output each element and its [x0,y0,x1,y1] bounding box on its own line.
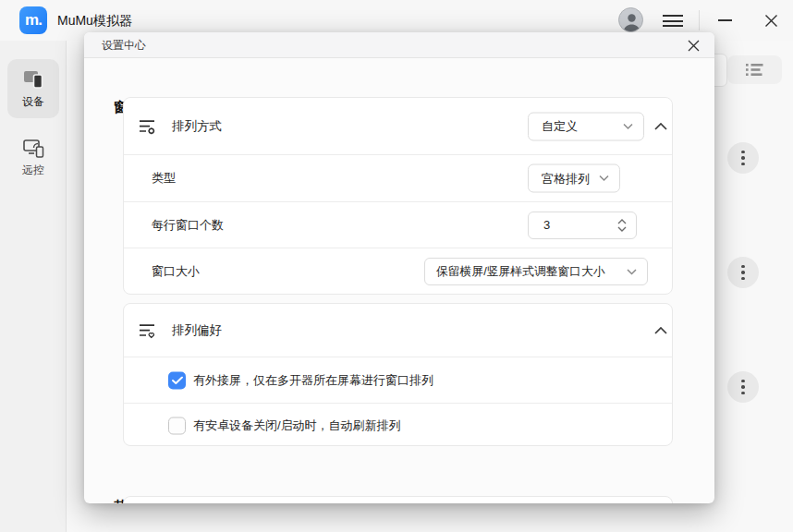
per-row-count-label: 每行窗口个数 [152,217,224,234]
sidebar-item-label: 设备 [22,94,44,110]
list-view-icon [745,62,764,78]
type-label: 类型 [152,170,176,187]
menu-button[interactable] [660,7,686,33]
type-value: 宫格排列 [529,170,590,187]
type-select[interactable]: 宫格排列 [528,164,620,193]
collapse-section-button[interactable] [653,118,669,135]
person-icon [619,8,643,32]
window-size-select[interactable]: 保留横屏/竖屏样式调整窗口大小 [424,258,648,285]
arrange-mode-label: 排列方式 [172,118,222,135]
window-size-row: 窗口大小 保留横屏/竖屏样式调整窗口大小 [124,248,672,295]
chevron-down-icon [627,269,647,275]
preference-title: 排列偏好 [172,322,222,339]
sidebar: 设备 远控 [0,41,67,532]
arrange-mode-row: 排列方式 自定义 [124,98,672,154]
chevron-down-icon [599,175,619,182]
close-icon [764,14,778,28]
app-window: m. MuMu模拟器 设备 [0,0,793,532]
auto-refresh-option-row: 有安卓设备关闭/启动时，自动刷新排列 [124,403,672,447]
arrange-settings-card: 排列方式 自定义 类型 宫格排列 [123,97,673,295]
close-icon [688,40,700,52]
external-screen-option-label: 有外接屏，仅在多开器所在屏幕进行窗口排列 [193,372,433,389]
window-close-button[interactable] [758,7,784,33]
sidebar-item-remote[interactable]: 远控 [7,129,59,185]
per-row-count-value: 3 [529,218,550,232]
sidebar-item-label: 远控 [22,163,44,178]
per-row-count-row: 每行窗口个数 3 [124,201,672,248]
number-stepper[interactable] [617,219,636,232]
instance-menu-button[interactable] [727,142,759,174]
mumu-logo-icon: m. [19,6,47,34]
preference-header-row: 排列偏好 [124,304,672,357]
window-size-value: 保留横屏/竖屏样式调整窗口大小 [425,264,605,280]
chevron-down-icon [623,123,643,129]
arrange-preference-card: 排列偏好 有外接屏，仅在多开器所在屏幕进行窗口排列 有安卓设备关闭/启动时，自 [123,303,673,446]
per-row-count-input[interactable]: 3 [528,212,637,239]
devices-icon [21,68,45,91]
remote-control-icon [21,137,45,159]
external-screen-option-row: 有外接屏，仅在多开器所在屏幕进行窗口排列 [124,357,672,403]
arrange-settings-icon [139,118,155,135]
collapse-section-button[interactable] [653,322,669,339]
chevron-up-icon [654,123,667,130]
arrange-preference-icon [139,322,155,339]
dialog-title: 设置中心 [102,32,146,58]
stepper-down-icon[interactable] [617,226,627,232]
instance-menu-button[interactable] [727,257,759,288]
settings-dialog: 设置中心 窗口排列 排列方式 自定义 [84,32,714,503]
stepper-up-icon[interactable] [617,219,627,224]
hamburger-icon [663,15,683,27]
dialog-close-button[interactable] [683,35,703,55]
list-view-button[interactable] [727,55,782,84]
arrange-mode-value: 自定义 [529,118,578,135]
titlebar-separator [699,10,700,30]
auto-refresh-checkbox[interactable] [168,417,186,434]
chevron-up-icon [654,327,667,334]
check-icon [172,376,183,384]
other-settings-card [123,496,673,503]
type-row: 类型 宫格排列 [124,154,672,201]
auto-refresh-option-label: 有安卓设备关闭/启动时，自动刷新排列 [193,417,401,434]
minimize-icon [718,19,732,21]
instance-menu-button[interactable] [727,371,759,403]
dialog-header: 设置中心 [84,32,714,58]
arrange-mode-select[interactable]: 自定义 [528,112,644,140]
user-avatar[interactable] [618,7,643,32]
minimize-button[interactable] [712,7,738,33]
sidebar-item-devices[interactable]: 设备 [7,59,59,118]
window-size-label: 窗口大小 [152,263,200,280]
external-screen-checkbox[interactable] [168,371,186,389]
